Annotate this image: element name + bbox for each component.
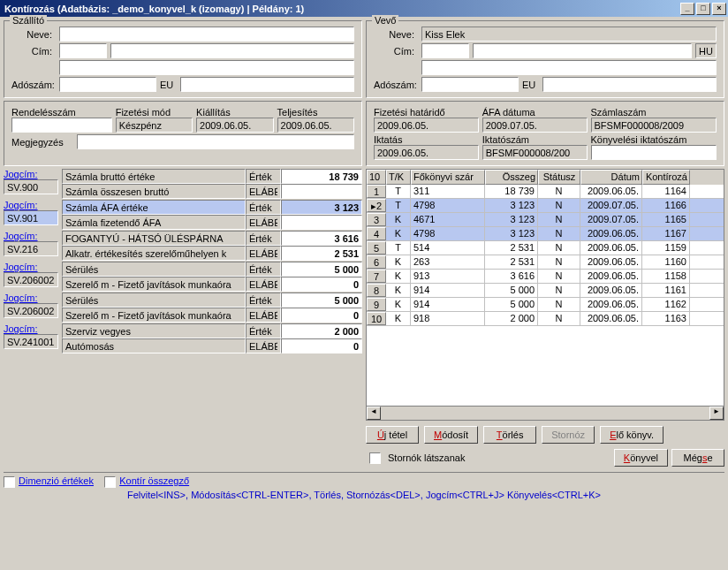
grid-row[interactable]: 8 K 914 5 000 N 2009.06.05. 1161 [367, 284, 724, 298]
modosit-button[interactable]: Módosít [424, 426, 478, 444]
dimenzio-checkbox[interactable] [4, 476, 15, 488]
szallito-adoszam-input[interactable] [59, 77, 156, 92]
close-button[interactable]: × [712, 3, 726, 15]
dimenzio-link[interactable]: Dimenzió értékek [19, 475, 94, 486]
col-datum[interactable]: Dátum [580, 170, 642, 185]
szallito-eu-input[interactable] [180, 77, 354, 92]
col-statusz[interactable]: Státusz [538, 170, 580, 185]
elokonyv-button[interactable]: Elő könyv. [600, 426, 664, 444]
ertek-value-input[interactable] [281, 231, 362, 246]
jogcim-link[interactable]: Jogcím: [4, 323, 38, 334]
jogcim-row[interactable]: Jogcím: [4, 262, 362, 292]
vevo-neve-input[interactable] [421, 27, 717, 42]
jogcim-link[interactable]: Jogcím: [4, 231, 38, 241]
row-header[interactable]: 8 [367, 284, 386, 297]
col-rownum[interactable]: 10 [367, 170, 386, 185]
ertek-value-input[interactable] [281, 323, 362, 338]
torles-button[interactable]: Törlés [483, 426, 536, 444]
jogcim-desc2-input[interactable] [62, 215, 246, 230]
col-kontir[interactable]: Kontírozá [642, 170, 690, 185]
jogcim-row[interactable]: Jogcím: [4, 169, 362, 199]
jogcim-link[interactable]: Jogcím: [4, 169, 38, 179]
grid-row[interactable]: 5 T 514 2 531 N 2009.06.05. 1159 [367, 241, 724, 255]
vevo-adoszam-input[interactable] [421, 77, 519, 92]
row-header[interactable]: 9 [367, 298, 386, 311]
jogcim-row[interactable]: Jogcím: [4, 293, 362, 323]
jogcim-desc1-input[interactable] [62, 293, 246, 308]
stornok-checkbox[interactable] [369, 452, 381, 464]
maximize-button[interactable]: □ [696, 3, 710, 15]
jogcim-code-input[interactable] [4, 179, 58, 194]
col-tk[interactable]: T/K [386, 170, 411, 185]
col-fk[interactable]: Főkönyvi szár [411, 170, 485, 185]
jogcim-row[interactable]: Jogcím: [4, 200, 362, 230]
afadat-input[interactable] [482, 118, 588, 133]
jogcim-desc1-input[interactable] [62, 200, 246, 215]
row-header[interactable]: 3 [367, 213, 386, 226]
jogcim-desc1-input[interactable] [62, 323, 246, 338]
jogcim-desc2-input[interactable] [62, 277, 246, 292]
scroll-left-icon[interactable]: ◄ [367, 407, 381, 420]
jogcim-link[interactable]: Jogcím: [4, 262, 38, 272]
grid-hscrollbar[interactable]: ◄► [367, 406, 724, 420]
vevo-cim2-input[interactable] [473, 43, 692, 58]
kiallitas-input[interactable] [196, 118, 273, 133]
konyvel-button[interactable]: Könyvel [614, 449, 668, 467]
row-header[interactable]: 7 [367, 270, 386, 283]
grid-row[interactable]: 1 T 311 18 739 N 2009.06.05. 1164 [367, 185, 724, 199]
grid-row[interactable]: 10 K 918 2 000 N 2009.06.05. 1163 [367, 312, 724, 326]
jogcim-code-input[interactable] [4, 272, 58, 287]
elabe-value-input[interactable] [281, 215, 362, 230]
jogcim-desc2-input[interactable] [62, 308, 246, 323]
teljesites-input[interactable] [277, 118, 354, 133]
grid-row[interactable]: 4 K 4798 3 123 N 2009.06.05. 1167 [367, 227, 724, 241]
grid-row[interactable]: 9 K 914 5 000 N 2009.06.05. 1162 [367, 298, 724, 312]
kontir-checkbox[interactable] [104, 476, 116, 488]
vevo-cim3-input[interactable] [421, 60, 717, 75]
grid-row[interactable]: 7 K 913 3 616 N 2009.06.05. 1158 [367, 270, 724, 284]
jogcim-desc2-input[interactable] [62, 246, 246, 261]
jogcim-desc2-input[interactable] [62, 184, 246, 199]
szallito-cim2-input[interactable] [110, 43, 354, 58]
jogcim-code-input[interactable] [4, 303, 58, 318]
jogcim-desc2-input[interactable] [62, 338, 246, 353]
konyviktat-input[interactable] [591, 145, 717, 160]
ujtetel-button[interactable]: Új tétel [366, 426, 419, 444]
row-header[interactable]: 6 [367, 255, 386, 269]
ertek-value-input[interactable] [281, 200, 362, 215]
row-header[interactable]: 10 [367, 312, 386, 325]
grid-row[interactable]: 6 K 263 2 531 N 2009.06.05. 1160 [367, 255, 724, 270]
ertek-value-input[interactable] [281, 293, 362, 308]
jogcim-desc1-input[interactable] [62, 169, 246, 184]
iktatoszam-input[interactable] [482, 145, 588, 160]
entries-grid[interactable]: 10 T/K Főkönyvi szár Összeg Státusz Dátu… [366, 169, 724, 421]
grid-row[interactable]: ▸2 T 4798 3 123 N 2009.07.05. 1166 [367, 199, 724, 213]
szamlaszam-input[interactable] [591, 118, 717, 133]
elabe-value-input[interactable] [281, 277, 362, 292]
row-header[interactable]: 1 [367, 185, 386, 198]
jogcim-link[interactable]: Jogcím: [4, 200, 38, 210]
vevo-eu-input[interactable] [542, 77, 717, 92]
elabe-value-input[interactable] [281, 308, 362, 323]
elabe-value-input[interactable] [281, 246, 362, 261]
jogcim-desc1-input[interactable] [62, 231, 246, 246]
kontir-link[interactable]: Kontír összegző [119, 475, 189, 486]
iktatas-input[interactable] [374, 145, 479, 160]
elabe-value-input[interactable] [281, 184, 362, 199]
ertek-value-input[interactable] [281, 262, 362, 277]
vevo-cim1-input[interactable] [421, 43, 469, 58]
jogcim-code-input[interactable] [4, 210, 58, 225]
szallito-cim1-input[interactable] [59, 43, 107, 58]
grid-row[interactable]: 3 K 4671 3 123 N 2009.07.05. 1165 [367, 213, 724, 227]
megse-button[interactable]: Mégse [671, 449, 724, 467]
fizhat-input[interactable] [374, 118, 479, 133]
fizmod-input[interactable] [116, 118, 193, 133]
row-header[interactable]: 4 [367, 227, 386, 240]
megjegyzes-input[interactable] [77, 134, 354, 149]
scroll-right-icon[interactable]: ► [709, 407, 724, 420]
jogcim-desc1-input[interactable] [62, 262, 246, 277]
jogcim-code-input[interactable] [4, 334, 58, 349]
minimize-button[interactable]: _ [680, 3, 694, 15]
elabe-value-input[interactable] [281, 338, 362, 353]
szallito-cim3-input[interactable] [59, 60, 354, 75]
